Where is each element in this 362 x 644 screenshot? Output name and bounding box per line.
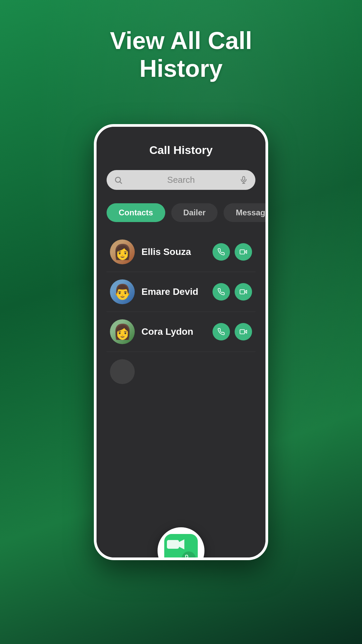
search-input[interactable]: Search xyxy=(127,175,235,185)
avatar xyxy=(110,279,135,304)
video-call-button[interactable] xyxy=(235,283,252,301)
contact-list: Ellis Souza xyxy=(107,232,255,391)
tab-dailer[interactable]: Dailer xyxy=(171,203,218,222)
tab-message[interactable]: Message xyxy=(224,203,265,222)
svg-rect-10 xyxy=(240,330,245,334)
avatar xyxy=(110,239,135,264)
phone-mockup: Call History Search xyxy=(94,124,268,560)
contact-name: Cora Lydon xyxy=(141,326,206,337)
fab-inner xyxy=(164,534,198,557)
svg-rect-6 xyxy=(240,250,245,254)
contact-name: Emare Devid xyxy=(141,286,206,297)
action-buttons xyxy=(213,243,252,261)
svg-marker-12 xyxy=(179,539,184,549)
contact-name: Ellis Souza xyxy=(141,247,206,257)
list-item: Cora Lydon xyxy=(107,312,255,352)
svg-rect-11 xyxy=(167,540,179,549)
svg-rect-2 xyxy=(243,176,245,180)
voice-call-button[interactable] xyxy=(213,323,230,340)
page-title: View All Call History xyxy=(0,27,362,83)
avatar xyxy=(110,359,135,384)
video-call-button[interactable] xyxy=(235,243,252,261)
action-buttons xyxy=(213,323,252,340)
avatar xyxy=(110,319,135,344)
video-call-button[interactable] xyxy=(235,323,252,340)
tab-row: Contacts Dailer Message xyxy=(107,203,255,222)
fab-button[interactable] xyxy=(158,527,204,557)
svg-line-1 xyxy=(120,182,122,183)
voice-call-button[interactable] xyxy=(213,243,230,261)
list-item: Ellis Souza xyxy=(107,232,255,272)
mic-icon xyxy=(239,176,248,184)
screen-title: Call History xyxy=(107,144,255,157)
svg-marker-5 xyxy=(245,250,247,253)
svg-marker-9 xyxy=(245,330,247,333)
svg-rect-8 xyxy=(240,290,245,294)
search-bar[interactable]: Search xyxy=(107,170,255,190)
voice-call-button[interactable] xyxy=(213,283,230,301)
action-buttons xyxy=(213,283,252,301)
search-icon xyxy=(114,176,123,184)
list-item: Emare Devid xyxy=(107,272,255,312)
tab-contacts[interactable]: Contacts xyxy=(107,203,165,222)
list-item-partial xyxy=(107,352,255,391)
svg-marker-7 xyxy=(245,290,247,293)
